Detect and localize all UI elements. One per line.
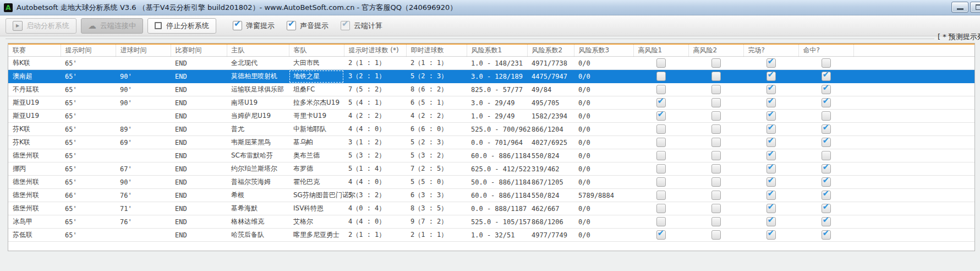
sound-alert-checkbox[interactable]: ✔ (287, 21, 296, 30)
high-risk2-checkbox[interactable] (711, 230, 721, 240)
high-risk2-checkbox[interactable] (711, 177, 721, 187)
high-risk2-checkbox[interactable] (711, 217, 721, 226)
check-icon: ✔ (768, 96, 775, 106)
hit-checkbox[interactable]: ✔ (822, 85, 831, 94)
high-risk1-checkbox[interactable] (656, 85, 666, 94)
high-risk1-checkbox[interactable] (656, 151, 666, 160)
high-risk1-checkbox[interactable] (656, 58, 666, 68)
high-risk2-checkbox[interactable] (711, 164, 721, 174)
high-risk1-checkbox[interactable] (656, 124, 666, 134)
full-time-checkbox[interactable]: ✔ (767, 151, 776, 160)
table-row[interactable]: 芬K联65'89'END普尤中新地耶队4（4 : 0）6（6 : 0）525.0… (8, 123, 974, 136)
high-risk1-checkbox[interactable]: ✔ (656, 230, 666, 240)
cell-high-risk1 (633, 83, 688, 96)
high-risk1-checkbox[interactable] (656, 72, 666, 81)
cell-home: 全北现代 (227, 57, 289, 70)
high-risk1-checkbox[interactable] (656, 164, 666, 174)
full-time-checkbox[interactable]: ✔ (767, 72, 776, 81)
full-time-checkbox[interactable]: ✔ (767, 111, 776, 121)
cloud-connect-button[interactable]: ☁ 云端连接中 (81, 18, 143, 34)
hit-checkbox[interactable] (822, 111, 831, 121)
table-row[interactable]: 德堡州联65'90'END普福尔茨海姆霍伦巴克4（4 : 0）5（5 : 0）5… (8, 176, 974, 189)
full-time-checkbox[interactable]: ✔ (767, 204, 776, 213)
table-row[interactable]: 德堡州联66'76'END希根SG芬纳图普巴门诺尔5（3 : 2）6（3 : 3… (8, 189, 974, 202)
table-row[interactable]: 不丹廷联65'90'END运输联足球俱乐部坦桑FC7（5 : 2）8（6 : 2… (8, 83, 974, 96)
hit-checkbox[interactable]: ✔ (822, 164, 831, 174)
table-row[interactable]: 斯亚U1965'END当姆萨尼U19哥里卡U194（2 : 2）4（2 : 2）… (8, 110, 974, 123)
column-header-12[interactable]: 高风险1 (633, 44, 688, 57)
full-time-checkbox[interactable]: ✔ (767, 177, 776, 187)
hit-checkbox[interactable]: ✔ (822, 124, 831, 134)
high-risk1-checkbox[interactable] (656, 217, 666, 226)
high-risk2-checkbox[interactable] (711, 124, 721, 134)
high-risk1-checkbox[interactable] (656, 191, 666, 200)
high-risk2-checkbox[interactable] (711, 191, 721, 200)
table-row[interactable]: 德堡州联65'ENDSC布雷默哈芬奥布兰德5（3 : 2）5（3 : 2）60.… (8, 149, 974, 162)
high-risk2-checkbox[interactable] (711, 72, 721, 81)
full-time-checkbox[interactable]: ✔ (767, 230, 776, 240)
column-header-14[interactable]: 完场? (743, 44, 798, 57)
high-risk2-checkbox[interactable] (711, 98, 721, 107)
hit-checkbox[interactable]: ✔ (822, 204, 831, 213)
hit-checkbox[interactable]: ✔ (822, 217, 831, 226)
hit-checkbox[interactable]: ✔ (822, 98, 831, 107)
popup-alert-checkbox[interactable]: ✔ (233, 21, 242, 30)
column-header-11[interactable]: 风险系数3 (574, 44, 633, 57)
column-header-1[interactable]: 联赛 (8, 44, 61, 57)
cloud-compute-checkbox[interactable]: ✔ (341, 21, 350, 30)
table-row[interactable]: 澳南超65'90'END莫德柏里喷射机地铁之星3（2 : 1）5（2 : 3）3… (8, 70, 974, 83)
column-header-8[interactable]: 即时进球数 (406, 44, 467, 57)
cell-away: 艾格尔 (289, 215, 344, 229)
table-row[interactable]: 芬K联65'69'END韦斯屈莱黑鸟基乌帕3（1 : 2）5（2 : 3）0.0… (8, 136, 974, 149)
high-risk2-checkbox[interactable] (711, 204, 721, 213)
high-risk2-checkbox[interactable] (711, 138, 721, 147)
high-risk1-checkbox[interactable] (656, 138, 666, 147)
cell-high-risk1: ✔ (633, 110, 688, 123)
full-time-checkbox[interactable]: ✔ (767, 124, 776, 134)
table-row[interactable]: 苏低联65'END哈茨后备队喀里多尼亚勇士2（1 : 1）2（1 : 1）1.0… (8, 229, 974, 242)
table-row[interactable]: 挪丙65'67'END约尔珀兰斯塔尔布罗德5（1 : 4）7（2 : 5）625… (8, 162, 974, 176)
high-risk1-checkbox[interactable]: ✔ (656, 111, 666, 121)
cell-risk2: 866/1204 (527, 123, 574, 136)
high-risk2-checkbox[interactable] (711, 58, 721, 68)
maximize-button[interactable] (970, 2, 980, 13)
table-row[interactable]: 冰岛甲65'76'END格林达维克艾格尔4（4 : 0）9（7 : 2）525.… (8, 215, 974, 229)
high-risk2-checkbox[interactable] (711, 85, 721, 94)
minimize-button[interactable] (951, 2, 968, 13)
table-row[interactable]: 斯亚U1965'90'END南塔U19拉多米尔杰U195（4 : 1）6（5 :… (8, 96, 974, 110)
column-header-9[interactable]: 风险系数1 (467, 44, 527, 57)
full-time-checkbox[interactable]: ✔ (767, 58, 776, 68)
full-time-checkbox[interactable]: ✔ (767, 98, 776, 107)
stop-analysis-button[interactable]: 停止分析系统 (147, 18, 216, 34)
column-header-3[interactable]: 进球时间 (116, 44, 171, 57)
column-header-6[interactable]: 客队 (289, 44, 344, 57)
hit-checkbox[interactable]: ✔ (822, 177, 831, 187)
start-analysis-button[interactable]: ▶ 启动分析系统 (6, 18, 76, 34)
hit-checkbox[interactable]: ✔ (822, 138, 831, 147)
column-header-5[interactable]: 主队 (227, 44, 289, 57)
column-header-4[interactable]: 比赛时间 (171, 44, 227, 57)
full-time-checkbox[interactable]: ✔ (767, 164, 776, 174)
full-time-checkbox[interactable]: ✔ (767, 217, 776, 226)
column-header-10[interactable]: 风险系数2 (527, 44, 574, 57)
table-row[interactable]: 德堡州联65'71'END基希海默ISV科特恩4（0 : 4）8（3 : 5）0… (8, 202, 974, 215)
hit-checkbox[interactable] (822, 151, 831, 160)
high-risk2-checkbox[interactable] (711, 151, 721, 160)
column-header-2[interactable]: 提示时间 (61, 44, 116, 57)
hit-checkbox[interactable]: ✔ (822, 191, 831, 200)
table-row[interactable]: 韩K联65'END全北现代大田市民2（1 : 1）2（1 : 1）1.0 - 1… (8, 57, 974, 70)
column-header-15[interactable]: 命中? (798, 44, 853, 57)
full-time-checkbox[interactable]: ✔ (767, 138, 776, 147)
full-time-checkbox[interactable]: ✔ (767, 85, 776, 94)
column-header-13[interactable]: 高风险2 (688, 44, 743, 57)
hit-checkbox[interactable]: ✔ (822, 72, 831, 81)
full-time-checkbox[interactable]: ✔ (767, 191, 776, 200)
high-risk2-checkbox[interactable] (711, 111, 721, 121)
high-risk1-checkbox[interactable]: ✔ (656, 98, 666, 107)
high-risk1-checkbox[interactable] (656, 177, 666, 187)
column-header-7[interactable]: 提示时进球数 (*) (344, 44, 406, 57)
high-risk1-checkbox[interactable] (656, 204, 666, 213)
hit-checkbox[interactable]: ✔ (822, 230, 831, 240)
cell-goal-time: 67' (116, 162, 171, 176)
hit-checkbox[interactable] (822, 58, 831, 68)
